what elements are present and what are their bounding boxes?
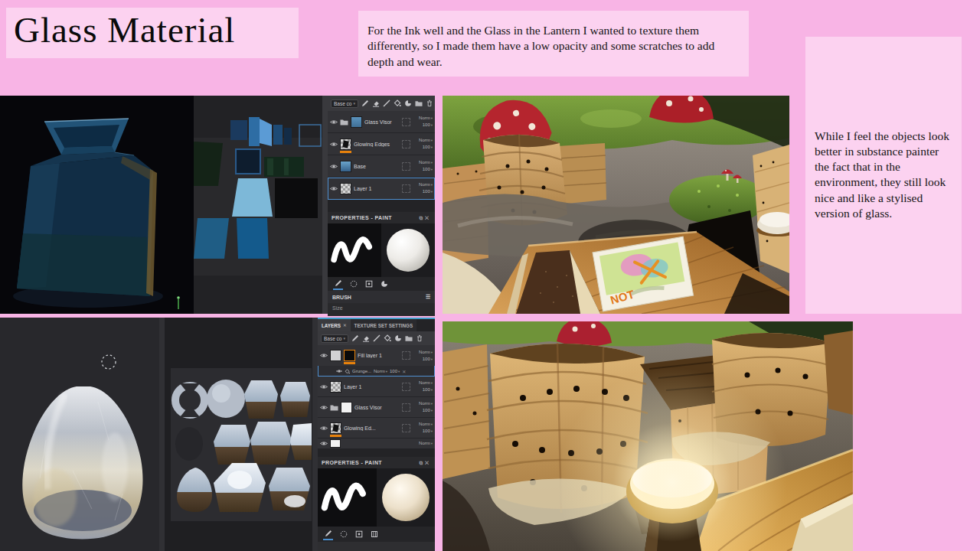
layer-mask-slot[interactable]	[402, 403, 410, 412]
tab-stencil[interactable]	[364, 279, 374, 289]
blend-mode-select[interactable]: Norm	[419, 380, 433, 385]
uv-gem	[244, 380, 278, 419]
page-title: Glass Material	[6, 8, 299, 51]
blend-mode-select[interactable]: Norm	[419, 350, 433, 354]
blend-mode-select[interactable]: Norm	[419, 182, 433, 187]
eye-icon[interactable]	[330, 186, 338, 191]
layer-row-glowing-edges[interactable]: Glowing Ed... Norm100	[318, 418, 435, 439]
tab-texture-set-settings[interactable]: TEXTURE SET SETTINGS	[351, 319, 417, 331]
blend-mode-select[interactable]: Norm	[374, 369, 387, 373]
layer-row-base[interactable]: Base Norm100	[328, 155, 435, 178]
popout-icon[interactable]: ⧉	[419, 215, 425, 220]
eye-icon[interactable]	[330, 142, 338, 147]
opacity-select[interactable]: 100	[423, 408, 433, 412]
eraser-tool-icon[interactable]	[362, 334, 370, 342]
layers-panel: LAYERS✕ TEXTURE SET SETTINGS Base co Fil…	[318, 318, 435, 551]
layer-row-glass-visor[interactable]: Glass Visor Norm100	[318, 397, 435, 418]
brush-section-header[interactable]: BRUSH ☰	[328, 291, 435, 303]
opacity-select[interactable]: 100	[423, 387, 433, 392]
eye-icon[interactable]	[330, 164, 338, 169]
eye-icon[interactable]	[330, 119, 338, 125]
smudge-tool-icon[interactable]	[394, 334, 402, 342]
delete-layer-icon[interactable]	[426, 99, 433, 107]
close-icon[interactable]: ✕	[425, 215, 431, 220]
crate-far-right	[824, 331, 853, 415]
fill-effect-icon	[345, 369, 350, 374]
folder-icon	[340, 119, 348, 126]
fill-tool-icon[interactable]	[394, 99, 401, 107]
layer-mask-slot[interactable]	[402, 424, 410, 432]
effect-row-grunge[interactable]: Grunge... Norm 100 ✕	[318, 366, 435, 377]
eraser-tool-icon[interactable]	[372, 99, 380, 107]
viewport-3d-inkwell[interactable]	[0, 96, 194, 314]
eye-icon[interactable]	[336, 369, 342, 373]
panel-scrollbar[interactable]	[312, 318, 318, 551]
add-folder-icon[interactable]	[405, 334, 413, 342]
layer-group-fill-layer-1[interactable]: Fill layer 1 Norm100 Grunge... Norm 100 …	[318, 345, 435, 377]
line-tool-icon[interactable]	[373, 334, 381, 342]
eye-icon[interactable]	[320, 353, 328, 358]
texture-set-select[interactable]: Base co	[321, 334, 348, 343]
tab-brush[interactable]	[333, 279, 343, 290]
opacity-select[interactable]: 100	[423, 429, 433, 433]
eye-icon[interactable]	[320, 384, 328, 390]
tab-material[interactable]	[379, 279, 389, 289]
tab-stencil[interactable]	[354, 530, 364, 540]
viewport-3d-lantern[interactable]	[0, 318, 165, 551]
moss-mound	[669, 175, 767, 224]
blend-mode-select[interactable]: Norm	[419, 138, 433, 142]
opacity-select[interactable]: 100	[423, 357, 433, 361]
viewport-2d-inkwell-uv[interactable]	[194, 96, 328, 314]
close-icon[interactable]: ✕	[343, 323, 347, 328]
blend-mode-select[interactable]: Norm	[419, 116, 433, 120]
properties-tabs	[318, 527, 435, 542]
layer-row-layer-1[interactable]: Layer 1 Norm100	[318, 377, 435, 397]
blend-mode-select[interactable]: Norm	[419, 422, 433, 426]
layer-row-glowing-edges[interactable]: Glowing Edges Norm100	[328, 133, 435, 155]
layer-mask-slot[interactable]	[402, 184, 410, 193]
delete-layer-icon[interactable]	[416, 334, 423, 342]
environment-screenshot-lantern-lit	[443, 321, 853, 551]
menu-icon[interactable]: ☰	[426, 294, 430, 300]
layer-row-glass-visor[interactable]: Glass Visor Norm100	[328, 111, 435, 133]
tab-alpha[interactable]	[338, 530, 348, 540]
smudge-tool-icon[interactable]	[404, 99, 412, 107]
layer-row-layer-1[interactable]: Layer 1 Norm100	[328, 178, 435, 200]
brush-tool-icon[interactable]	[351, 334, 359, 342]
viewport-2d-lantern-uv[interactable]	[165, 318, 312, 551]
properties-header: PROPERTIES - PAINT ⧉✕	[318, 457, 435, 468]
layer-mask-slot[interactable]	[402, 351, 410, 360]
opacity-select[interactable]: 100	[390, 369, 400, 373]
tab-material[interactable]	[369, 530, 379, 540]
opacity-select[interactable]: 100	[423, 122, 433, 127]
opacity-select[interactable]: 100	[423, 167, 433, 171]
blend-mode-select[interactable]: Norm	[419, 401, 433, 406]
tab-alpha[interactable]	[348, 279, 358, 289]
fill-tool-icon[interactable]	[384, 334, 391, 342]
line-tool-icon[interactable]	[383, 99, 390, 107]
layer-row-fill-layer-1[interactable]: Fill layer 1 Norm100	[318, 345, 435, 366]
blend-mode-select[interactable]: Norm	[419, 441, 433, 445]
brush-stroke-preview	[328, 223, 381, 277]
eye-icon[interactable]	[320, 405, 328, 410]
layer-mask-slot[interactable]	[402, 383, 410, 391]
add-folder-icon[interactable]	[415, 99, 423, 107]
layer-row-partial[interactable]: Norm	[318, 439, 435, 449]
layer-mask-slot[interactable]	[402, 162, 410, 171]
tab-brush[interactable]	[323, 529, 333, 540]
blend-mode-select[interactable]: Norm	[419, 160, 433, 165]
eye-icon[interactable]	[320, 425, 328, 431]
layer-mask-slot[interactable]	[402, 118, 410, 126]
popout-icon[interactable]: ⧉	[419, 460, 425, 465]
texture-set-select[interactable]: Base co	[331, 99, 358, 108]
tab-layers[interactable]: LAYERS✕	[318, 319, 351, 331]
uv-gem	[214, 425, 250, 465]
opacity-select[interactable]: 100	[423, 189, 433, 194]
remove-effect-icon[interactable]: ✕	[402, 369, 406, 374]
eye-icon[interactable]	[320, 441, 328, 446]
panel-tabs: LAYERS✕ TEXTURE SET SETTINGS	[318, 319, 435, 331]
brush-tool-icon[interactable]	[361, 99, 369, 107]
close-icon[interactable]: ✕	[425, 460, 431, 465]
layer-mask-slot[interactable]	[402, 140, 410, 148]
opacity-select[interactable]: 100	[423, 145, 433, 149]
